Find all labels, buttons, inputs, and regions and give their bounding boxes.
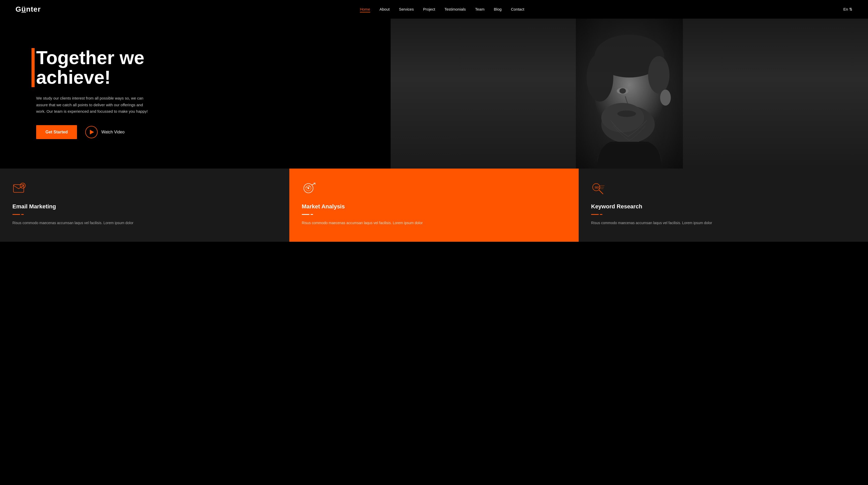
nav-item-team[interactable]: Team bbox=[475, 7, 485, 11]
svg-point-6 bbox=[586, 54, 613, 102]
nav-item-home[interactable]: Home bbox=[360, 7, 370, 11]
language-selector[interactable]: En ⇅ bbox=[843, 7, 852, 11]
watch-video-label: Watch Video bbox=[101, 130, 125, 135]
email-marketing-icon bbox=[12, 181, 27, 196]
email-marketing-underline bbox=[12, 214, 277, 215]
nav-link-project[interactable]: Project bbox=[423, 7, 435, 11]
nav-item-blog[interactable]: Blog bbox=[494, 7, 502, 11]
hero-description: We study our clients interest from all p… bbox=[36, 95, 150, 115]
hero-section: Together we achieve! We study our client… bbox=[0, 19, 868, 169]
navbar: Günter Home About Services Project Testi… bbox=[0, 0, 868, 19]
svg-line-22 bbox=[599, 190, 603, 194]
services-section: Email Marketing Risus commodo maecenas a… bbox=[0, 169, 868, 242]
nav-item-project[interactable]: Project bbox=[423, 7, 435, 11]
watch-video-button[interactable]: Watch Video bbox=[85, 126, 125, 138]
logo[interactable]: Günter bbox=[16, 5, 41, 13]
svg-point-10 bbox=[619, 88, 626, 93]
nav-item-contact[interactable]: Contact bbox=[511, 7, 524, 11]
hero-portrait bbox=[391, 19, 868, 169]
nav-link-testimonials[interactable]: Testimonials bbox=[444, 7, 466, 11]
get-started-button[interactable]: Get Started bbox=[36, 125, 77, 139]
keyword-research-title: Keyword Research bbox=[591, 203, 856, 210]
nav-item-testimonials[interactable]: Testimonials bbox=[444, 7, 466, 11]
market-analysis-desc: Risus commodo maecenas accumsan laqus ve… bbox=[302, 220, 566, 226]
nav-link-team[interactable]: Team bbox=[475, 7, 485, 11]
svg-point-15 bbox=[20, 183, 25, 188]
market-analysis-underline bbox=[302, 214, 566, 215]
hero-title-line2: achieve! bbox=[36, 68, 111, 87]
keyword-research-icon: SEO bbox=[591, 181, 606, 196]
keyword-research-desc: Risus commodo maecenas accumsan laqus ve… bbox=[591, 220, 856, 226]
hero-title: Together we achieve! bbox=[36, 48, 150, 87]
service-card-keyword-research: SEO Keyword Research Risus commodo maece… bbox=[579, 169, 868, 242]
nav-link-contact[interactable]: Contact bbox=[511, 7, 524, 11]
svg-point-7 bbox=[648, 56, 669, 93]
hero-image bbox=[391, 19, 868, 169]
svg-point-8 bbox=[660, 89, 671, 106]
nav-link-blog[interactable]: Blog bbox=[494, 7, 502, 11]
svg-point-13 bbox=[617, 110, 636, 117]
service-card-email-marketing: Email Marketing Risus commodo maecenas a… bbox=[0, 169, 289, 242]
nav-links: Home About Services Project Testimonials… bbox=[360, 7, 524, 11]
service-card-market-analysis: Market Analysis Risus commodo maecenas a… bbox=[289, 169, 579, 242]
nav-item-about[interactable]: About bbox=[379, 7, 390, 11]
hero-title-line1: Together we bbox=[36, 48, 145, 68]
svg-text:SEO: SEO bbox=[595, 186, 600, 189]
market-analysis-title: Market Analysis bbox=[302, 203, 566, 210]
nav-link-services[interactable]: Services bbox=[399, 7, 414, 11]
hero-content: Together we achieve! We study our client… bbox=[0, 33, 165, 154]
svg-line-19 bbox=[312, 183, 315, 185]
email-marketing-title: Email Marketing bbox=[12, 203, 277, 210]
nav-item-services[interactable]: Services bbox=[399, 7, 414, 11]
nav-link-home[interactable]: Home bbox=[360, 7, 370, 12]
play-circle-icon bbox=[85, 126, 98, 138]
hero-actions: Get Started Watch Video bbox=[36, 125, 150, 139]
portrait-svg bbox=[438, 19, 820, 169]
nav-link-about[interactable]: About bbox=[379, 7, 390, 11]
market-analysis-icon bbox=[302, 181, 316, 196]
keyword-research-underline bbox=[591, 214, 856, 215]
play-triangle-icon bbox=[90, 130, 94, 135]
svg-point-12 bbox=[601, 103, 644, 132]
email-marketing-desc: Risus commodo maecenas accumsan laqus ve… bbox=[12, 220, 277, 226]
